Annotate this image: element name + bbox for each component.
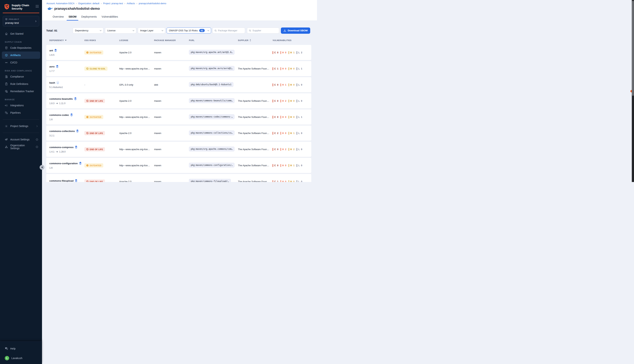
dependency-cell: commons-collections 3.2.1 [49, 130, 84, 137]
high-count: H2 [280, 148, 286, 151]
vulnerabilities-cell: C2 H0 M1 L0 [273, 132, 311, 135]
dependency-filter-dropdown[interactable]: Dependency [73, 28, 104, 34]
vulnerabilities-cell: C1 H0 M0 L0 [273, 180, 311, 182]
column-header-purl: PURL [189, 39, 238, 42]
table-row[interactable]: ant 1.6.5 [46, 45, 311, 60]
breadcrumb-project[interactable]: Project: pranay-test [103, 2, 123, 5]
table-header: Dependency OSS Risks License Package Man… [46, 39, 311, 42]
page-header: Account: Automation-SSCA› Organization: … [42, 0, 317, 21]
oss-risk-badge: OUTDATED [84, 50, 103, 54]
breadcrumb-artifacts[interactable]: Artifacts [127, 2, 135, 5]
download-sbom-button[interactable]: Download SBOM [281, 28, 310, 34]
package-manager-cell: maven [154, 180, 189, 182]
oss-risk-cell: END OF LIFE [84, 131, 119, 135]
license-cell: http---www.apache.org-lice… [119, 148, 154, 151]
low-count: L0 [297, 132, 302, 135]
info-icon[interactable] [36, 138, 38, 141]
column-header-supplier[interactable]: Supplier [238, 39, 273, 42]
table-row[interactable]: commons-beanutils 1.8.3 [46, 93, 311, 108]
dependency-version-target: 1.11.0 [59, 102, 66, 105]
image-layer-filter-dropdown[interactable]: Image Layer [138, 28, 165, 34]
layers-icon [74, 97, 77, 100]
sidebar-divider [3, 133, 39, 133]
oss-risk-badge: END OF LIFE [84, 99, 105, 103]
circle-slash-icon [86, 180, 89, 182]
package-manager-search-input[interactable] [218, 29, 243, 32]
sidebar-item-pipelines[interactable]: Pipelines [0, 109, 42, 116]
dependency-cell: bash 5.1-6ubuntu1 [49, 81, 84, 88]
table-row[interactable]: bash 5.1-6ubuntu1 [46, 77, 311, 92]
project-box-icon [5, 18, 8, 20]
breadcrumb-separator: › [101, 2, 102, 5]
sidebar-item-account-settings[interactable]: Account Settings [0, 136, 42, 143]
integrations-icon [5, 104, 8, 107]
purl-cell: pkg:maven/commons-codec/commons-… [189, 114, 238, 120]
chevron-right-icon [35, 20, 37, 22]
sidebar-item-artifacts[interactable]: Artifacts [2, 52, 40, 59]
breadcrumb-organization[interactable]: Organization: default [78, 2, 99, 5]
critical-bar [273, 148, 273, 151]
purl-value[interactable]: pkg:maven/commons-beanutils/comm… [189, 98, 234, 103]
purl-value[interactable]: pkg:maven/org.apache.avro/avro@1… [189, 66, 234, 71]
critical-bar [273, 100, 273, 102]
supplier-cell: The Apache Software Foun… [238, 67, 273, 70]
purl-value[interactable]: pkg:maven/commons-fileupload/… [189, 179, 231, 182]
sidebar-item-code-repositories[interactable]: Code Repositories [0, 44, 42, 52]
table-row[interactable]: avro 1.7.7 [46, 61, 311, 76]
license-filter-dropdown[interactable]: License [105, 28, 136, 34]
table-row[interactable]: commons-collections 3.2.1 [46, 126, 311, 141]
sidebar-item-rule-definitions[interactable]: Rule Definitions [0, 80, 42, 88]
sidebar-item-integrations[interactable]: Integrations [0, 102, 42, 109]
table-row[interactable]: commons-codec 1.6 [46, 110, 311, 125]
table-row[interactable]: commons-configuration 1.6 [46, 158, 311, 173]
license-cell: http---www.apache.org-lice… [119, 116, 154, 118]
vulnerabilities-cell: C0 H1 M0 L0 [273, 84, 311, 86]
app-switcher-icon[interactable] [36, 5, 39, 8]
sidebar-collapse-button[interactable] [40, 165, 44, 170]
dependency-version: 1.8.3 [49, 102, 55, 105]
vulnerabilities-cell: C0 H2 M2 L0 [273, 148, 311, 151]
tab-deployments[interactable]: Deployments [81, 13, 97, 20]
package-manager-cell: maven [154, 67, 189, 70]
table-body: ant 1.6.5 [46, 45, 317, 182]
sidebar-item-organization-settings[interactable]: Organization Settings [0, 143, 42, 150]
supplier-search-input[interactable] [252, 29, 277, 32]
purl-value[interactable]: pkg:maven/org.apache.ant/ant@1.6… [189, 50, 234, 54]
project-selector[interactable]: PROJECT pranay-test [3, 16, 39, 26]
total-count: Total: 81 [46, 29, 73, 32]
supplier-cell: The Apache Software Foun… [238, 100, 273, 102]
table-row[interactable]: commons-compress 1.4.1 [46, 142, 311, 157]
breadcrumb-account[interactable]: Account: Automation-SSCA [47, 2, 75, 5]
tab-overview[interactable]: Overview [53, 13, 64, 20]
owasp-risks-filter-dropdown[interactable]: OWASP OSS Top 10 Risks 01 [167, 28, 211, 34]
dependency-version: 1.6.5 [49, 54, 55, 56]
purl-value[interactable]: pkg:maven/commons-configuration/… [189, 163, 234, 168]
breadcrumb-current[interactable]: pranaycshah/todolist-demo [139, 2, 166, 5]
medium-count: M0 [288, 84, 295, 86]
purl-value[interactable]: pkg:deb/ubuntu/bash@5.1-6ubuntu1 [189, 82, 233, 87]
column-header-dependency[interactable]: Dependency [49, 39, 84, 42]
info-icon[interactable] [36, 146, 38, 148]
sidebar-item-cicd[interactable]: CI/CD [0, 59, 42, 66]
tab-vulnerabilities[interactable]: Vulnerabilities [102, 13, 118, 20]
oss-risk-badge: - [84, 84, 85, 86]
sidebar-item-project-settings[interactable]: Project Settings [0, 122, 42, 130]
sidebar-item-remediation-tracker[interactable]: Remediation Tracker [0, 88, 42, 95]
low-bar [297, 51, 297, 54]
sidebar-item-compliance[interactable]: Compliance [0, 73, 42, 80]
package-manager-cell: maven [154, 164, 189, 167]
oss-risk-label: OUTDATED [90, 116, 101, 118]
sidebar-item-get-started[interactable]: Get Started [0, 30, 42, 38]
medium-count: M2 [288, 148, 295, 151]
license-cell: Apache-2.0 [119, 132, 154, 134]
tab-sbom[interactable]: SBOM [68, 13, 77, 20]
table-row[interactable]: commons-fileupload [46, 174, 311, 182]
critical-count: C2 [273, 132, 278, 135]
medium-bar [288, 116, 289, 118]
high-bar [280, 132, 281, 135]
license-cell: Apache-2.0 [119, 180, 154, 182]
purl-value[interactable]: pkg:maven/org.apache.commons/com… [189, 147, 234, 152]
clock-icon [86, 51, 89, 54]
purl-value[interactable]: pkg:maven/commons-codec/commons-… [189, 114, 234, 119]
purl-value[interactable]: pkg:maven/commons-collections/co… [189, 130, 234, 135]
